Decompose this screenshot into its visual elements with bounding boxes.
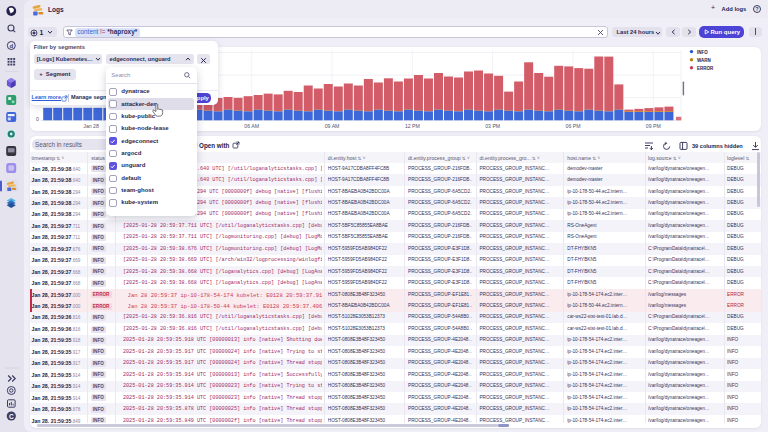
svg-text:Jan 28: Jan 28 (83, 123, 99, 129)
svg-text:06 AM: 06 AM (244, 123, 259, 129)
svg-text:C: C (9, 413, 14, 420)
svg-text:03 PM: 03 PM (485, 123, 500, 129)
svg-text:12 PM: 12 PM (404, 123, 419, 129)
svg-text:06 PM: 06 PM (565, 123, 580, 129)
svg-text:09 PM: 09 PM (645, 123, 660, 129)
svg-text:09 AM: 09 AM (324, 123, 339, 129)
svg-text:39 columns hidden: 39 columns hidden (692, 143, 743, 149)
svg-text:INFO: INFO (697, 50, 708, 55)
svg-text:0: 0 (36, 116, 39, 122)
svg-text:d: d (9, 43, 13, 49)
svg-text:WARN: WARN (697, 58, 711, 63)
svg-text:ERROR: ERROR (697, 66, 714, 71)
